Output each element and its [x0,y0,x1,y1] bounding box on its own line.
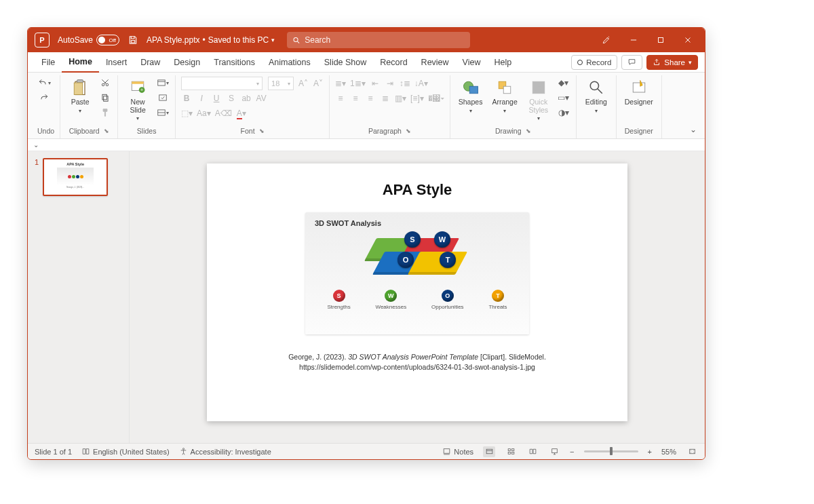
line-spacing-button[interactable]: ↕≣ [400,79,410,88]
reading-view-button[interactable] [526,446,539,457]
dialog-launcher-icon[interactable]: ⬊ [406,128,411,134]
group-clipboard-label: Clipboard [69,127,100,135]
align-right-button[interactable]: ≡ [365,94,376,103]
format-painter-button[interactable] [98,106,112,119]
zoom-slider[interactable] [584,450,638,452]
group-font: ▾ 18▾ A˄ A˅ B I U S ab AV ⬚▾ [176,75,330,138]
paste-button[interactable]: Paste ▾ [66,77,94,115]
fit-to-window-button[interactable] [686,446,698,457]
record-button[interactable]: Record [571,55,617,70]
maximize-button[interactable] [652,31,670,49]
notes-button[interactable]: Notes [442,447,473,456]
quick-styles-button[interactable]: A Quick Styles▾ [524,77,553,123]
align-text-button[interactable]: [≡]▾ [410,94,424,103]
tab-view[interactable]: View [456,52,488,73]
thumb-preview-icon [57,168,94,185]
zoom-out-button[interactable]: − [570,448,574,456]
tab-insert[interactable]: Insert [99,52,134,73]
minimize-button[interactable] [625,31,642,49]
tab-design[interactable]: Design [167,52,207,73]
tab-home[interactable]: Home [62,52,99,73]
zoom-value[interactable]: 55% [661,448,676,456]
font-family-combo[interactable]: ▾ [181,77,263,90]
reset-button[interactable] [156,92,170,104]
dialog-launcher-icon[interactable]: ⬊ [526,128,531,134]
tab-record[interactable]: Record [373,52,414,73]
underline-button[interactable]: U [211,94,222,103]
clear-format-button[interactable]: A⌫ [215,109,232,118]
save-icon[interactable] [128,35,138,45]
increase-font-button[interactable]: A˄ [298,79,309,88]
document-title[interactable]: APA Style.pptx • Saved to this PC ▾ [147,35,275,45]
smartart-button[interactable]: �⷇▾ [428,94,444,103]
collapse-ribbon-icon[interactable]: ⌄ [690,125,697,134]
slide[interactable]: APA Style 3D SWOT Analysis S W O T SStre… [207,163,627,421]
font-size-combo[interactable]: 18▾ [268,77,294,90]
dialog-launcher-icon[interactable]: ⬊ [104,128,109,134]
indent-dec-button[interactable]: ⇤ [370,79,381,88]
numbering-button[interactable]: 1≣▾ [350,79,366,88]
cut-button[interactable] [98,77,112,89]
designer-button[interactable]: Designer [622,77,656,108]
undo-button[interactable]: ▾ [37,77,51,89]
thumbnail-pane[interactable]: 1 APA Style George, J. (2023)… [28,151,130,443]
editing-button[interactable]: Editing▾ [582,77,610,115]
accessibility-status[interactable]: Accessibility: Investigate [179,447,271,456]
slide-counter[interactable]: Slide 1 of 1 [35,448,72,456]
shape-effects-button[interactable]: ◑▾ [557,106,570,119]
columns-button[interactable]: ▥▾ [395,94,406,103]
font-size-value: 18 [271,79,279,88]
book-icon [81,447,90,456]
search-input[interactable] [305,35,465,45]
slideshow-view-button[interactable] [548,446,560,457]
spacing-button[interactable]: AV [256,94,267,103]
language-status[interactable]: English (United States) [81,447,170,456]
slide-thumbnail-1[interactable]: APA Style George, J. (2023)… [43,158,108,196]
italic-button[interactable]: I [196,94,207,103]
comments-button[interactable] [621,55,642,70]
normal-view-button[interactable] [483,446,495,457]
zoom-in-button[interactable]: + [648,448,652,456]
align-center-button[interactable]: ≡ [350,94,361,103]
tab-transitions[interactable]: Transitions [207,52,262,73]
sorter-view-button[interactable] [505,446,517,457]
slide-canvas-area[interactable]: APA Style 3D SWOT Analysis S W O T SStre… [130,151,705,443]
autosave-toggle[interactable]: AutoSave Off [58,35,119,45]
tab-animations[interactable]: Animations [262,52,317,73]
dialog-launcher-icon[interactable]: ⬊ [259,128,265,134]
tab-draw[interactable]: Draw [134,52,167,73]
indent-inc-button[interactable]: ⇥ [385,79,395,88]
bullets-button[interactable]: ≣▾ [335,79,346,88]
toggle-switch-icon[interactable]: Off [96,35,119,45]
tab-help[interactable]: Help [487,52,518,73]
case-button[interactable]: Aa▾ [197,109,211,118]
arrange-button[interactable]: Arrange▾ [489,77,520,115]
font-color-button[interactable]: A▾ [236,109,247,118]
ball-w: W [434,231,450,248]
redo-button[interactable] [37,92,51,104]
close-button[interactable] [679,31,697,49]
tab-review[interactable]: Review [414,52,456,73]
tab-slideshow[interactable]: Slide Show [317,52,374,73]
justify-button[interactable]: ≣ [380,94,391,103]
layout-button[interactable]: ▾ [156,77,170,89]
search-box[interactable] [287,32,470,48]
strike-button[interactable]: S [226,94,237,103]
bold-button[interactable]: B [181,94,192,103]
share-button[interactable]: Share ▾ [646,55,698,70]
customize-qat-icon[interactable]: ⌄ [33,141,39,149]
new-slide-button[interactable]: + New Slide ▾ [123,77,152,123]
shape-fill-button[interactable]: ◆▾ [557,77,570,89]
text-direction-button[interactable]: ↓A▾ [414,79,428,88]
decrease-font-button[interactable]: A˅ [313,79,324,88]
section-button[interactable]: ▾ [156,106,170,119]
shape-outline-button[interactable]: ▭▾ [557,92,570,104]
shapes-button[interactable]: Shapes▾ [456,77,486,115]
tab-file[interactable]: File [35,52,62,73]
pen-icon[interactable] [598,31,615,49]
shadow-button[interactable]: ab [241,94,252,103]
workspace: 1 APA Style George, J. (2023)… APA Style… [28,151,705,443]
highlight-button[interactable]: ⬚▾ [181,109,193,118]
align-left-button[interactable]: ≡ [335,94,346,103]
copy-button[interactable] [98,92,112,104]
